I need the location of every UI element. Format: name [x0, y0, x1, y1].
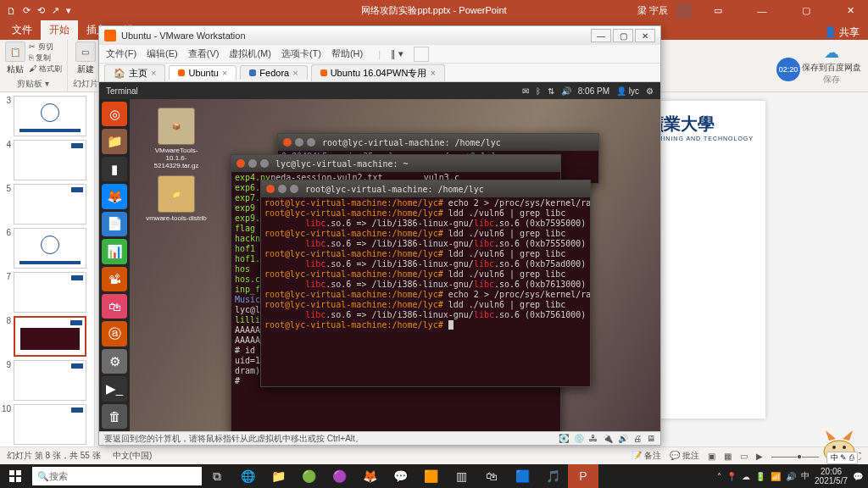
- tray-sound-icon[interactable]: 🔊: [786, 472, 796, 481]
- taskbar-music-icon[interactable]: 🎵: [537, 464, 568, 488]
- tray-ime-icon[interactable]: 中: [801, 470, 810, 482]
- user-menu[interactable]: 👤 lyc: [616, 86, 639, 96]
- terminal-titlebar[interactable]: root@lyc-virtual-machine: /home/lyc: [278, 134, 598, 151]
- taskbar-clock[interactable]: 20:062021/5/7: [815, 467, 848, 485]
- firefox-icon[interactable]: 🦊: [102, 184, 127, 208]
- taskbar-vmware-icon[interactable]: ▥: [446, 464, 476, 488]
- settings-icon[interactable]: ⚙: [102, 349, 127, 374]
- close-icon[interactable]: [236, 159, 245, 168]
- vmware-close[interactable]: ✕: [635, 29, 655, 42]
- start-button[interactable]: [0, 464, 31, 488]
- terminal-titlebar[interactable]: lyc@lyc-virtual-machine: ~: [231, 155, 560, 172]
- network-icon[interactable]: ⇅: [548, 86, 554, 96]
- terminal-titlebar[interactable]: root@lyc-virtual-machine: /home/lyc: [261, 180, 590, 197]
- maximize-icon[interactable]: [290, 185, 298, 193]
- tab-file[interactable]: 文件: [3, 20, 41, 40]
- device-display-icon[interactable]: 🖥: [647, 434, 655, 443]
- taskbar-search[interactable]: 🔍 搜索: [32, 467, 202, 485]
- device-printer-icon[interactable]: 🖨: [633, 434, 642, 443]
- slide-thumbnail[interactable]: [14, 228, 86, 269]
- tab-home[interactable]: 开始: [41, 20, 78, 40]
- maximize-button[interactable]: ▢: [788, 0, 824, 21]
- slide-thumbnail-panel[interactable]: 3 4 5 6 7 8 9 10: [0, 92, 95, 446]
- taskbar-wechat-icon[interactable]: 💬: [385, 464, 415, 488]
- vmware-window[interactable]: Ubuntu - VMware Workstation ― ▢ ✕ 文件(F) …: [98, 25, 661, 446]
- trash-icon[interactable]: 🗑: [102, 404, 127, 429]
- task-view-icon[interactable]: ⧉: [202, 464, 232, 488]
- dash-icon[interactable]: ◎: [102, 102, 127, 126]
- menu-tabs[interactable]: 选项卡(T): [281, 47, 321, 60]
- desktop-pet-fox[interactable]: 中 ✎ ⎙: [814, 422, 865, 464]
- view-reading-icon[interactable]: ▭: [740, 452, 748, 461]
- taskbar-powerpoint-icon[interactable]: P: [568, 464, 598, 488]
- desktop-file-vmtools[interactable]: 📦 VMwareTools-10.1.6-5214329.tar.gz: [146, 108, 207, 169]
- terminal-window-ldd[interactable]: root@lyc-virtual-machine: /home/lyc root…: [260, 180, 591, 387]
- tab-fedora[interactable]: Fedora ×: [240, 65, 307, 80]
- action-center-icon[interactable]: 💬: [853, 472, 863, 481]
- taskbar-store-icon[interactable]: 🛍: [476, 464, 507, 488]
- device-sound-icon[interactable]: 🔊: [618, 434, 628, 443]
- tab-ubuntu1604[interactable]: Ubuntu 16.04PWN专用 ×: [311, 64, 445, 81]
- qat-more-icon[interactable]: ▾: [66, 5, 71, 16]
- view-sorter-icon[interactable]: ▦: [724, 452, 732, 461]
- copy-button[interactable]: ⎘ 复制: [29, 53, 62, 64]
- taskbar-explorer-icon[interactable]: 📁: [263, 464, 293, 488]
- terminal2-icon[interactable]: ▶_: [102, 376, 127, 401]
- files-icon[interactable]: 📁: [102, 129, 127, 153]
- tray-location-icon[interactable]: 📍: [726, 472, 737, 481]
- device-hdd-icon[interactable]: 💽: [559, 434, 569, 443]
- calc-icon[interactable]: 📊: [102, 239, 127, 263]
- user-avatar[interactable]: [676, 3, 692, 19]
- software-icon[interactable]: 🛍: [102, 294, 127, 319]
- taskbar-chrome-icon[interactable]: 🟢: [293, 464, 324, 488]
- amazon-icon[interactable]: ⓐ: [102, 321, 127, 346]
- terminal-icon[interactable]: ▮: [102, 157, 127, 181]
- menu-help[interactable]: 帮助(H): [331, 47, 363, 60]
- tab-home[interactable]: 🏠 主页 ×: [104, 64, 165, 81]
- cloud-icon[interactable]: ☁: [824, 43, 839, 62]
- notes-button[interactable]: 📝 备注: [632, 450, 661, 462]
- tray-chevron-icon[interactable]: ˄: [717, 472, 721, 481]
- view-normal-icon[interactable]: ▣: [708, 452, 715, 461]
- language-indicator[interactable]: 中文(中国): [113, 450, 153, 462]
- qat-present-icon[interactable]: ↗: [52, 5, 59, 16]
- maximize-icon[interactable]: [260, 159, 269, 168]
- qat-undo-icon[interactable]: ⟳: [23, 5, 31, 16]
- impress-icon[interactable]: 📽: [102, 267, 127, 291]
- device-net-icon[interactable]: 🖧: [589, 434, 598, 443]
- minimize-icon[interactable]: [278, 185, 287, 193]
- close-tab-icon[interactable]: ×: [222, 68, 227, 78]
- view-slideshow-icon[interactable]: ▶: [756, 452, 763, 461]
- share-button[interactable]: 👤 共享: [824, 25, 860, 40]
- close-tab-icon[interactable]: ×: [292, 68, 298, 78]
- menu-edit[interactable]: 编辑(E): [147, 47, 178, 60]
- cut-button[interactable]: ✂ 剪切: [29, 42, 62, 53]
- tray-battery-icon[interactable]: 🔋: [755, 472, 765, 481]
- taskbar-app-icon[interactable]: 🟧: [415, 464, 446, 488]
- ppt-user-name[interactable]: 梁 宇辰: [637, 4, 668, 17]
- toolbar-snapshot-icon[interactable]: [414, 47, 429, 62]
- vmware-titlebar[interactable]: Ubuntu - VMware Workstation ― ▢ ✕: [99, 26, 660, 45]
- gear-icon[interactable]: ⚙: [646, 86, 654, 96]
- qat-redo-icon[interactable]: ⟲: [37, 5, 45, 16]
- slide-thumbnail[interactable]: [14, 272, 86, 313]
- tray-wifi-icon[interactable]: 📶: [771, 472, 781, 481]
- bluetooth-icon[interactable]: ᛒ: [536, 86, 541, 96]
- menu-view[interactable]: 查看(V): [188, 47, 220, 60]
- slide-thumbnail[interactable]: [14, 96, 86, 136]
- vmware-minimize[interactable]: ―: [591, 29, 611, 42]
- ubuntu-desktop[interactable]: Terminal ✉ ᛒ ⇅ 🔊 8:06 PM 👤 lyc ⚙ ◎ 📁 ▮ 🦊…: [99, 82, 660, 431]
- vmware-maximize[interactable]: ▢: [613, 29, 633, 42]
- slide-thumbnail-selected[interactable]: [14, 316, 86, 357]
- new-slide-button[interactable]: ▭ 新建: [75, 42, 96, 75]
- format-painter-button[interactable]: 🖌 格式刷: [29, 64, 62, 75]
- taskbar-firefox-icon[interactable]: 🦊: [354, 464, 385, 488]
- close-icon[interactable]: [266, 185, 275, 193]
- desktop-folder-distrib[interactable]: 📁 vmware-tools-distrib: [146, 175, 207, 222]
- taskbar-eclipse-icon[interactable]: 🟣: [324, 464, 354, 488]
- tab-ubuntu[interactable]: Ubuntu ×: [169, 65, 236, 80]
- slide-thumbnail[interactable]: [14, 140, 86, 180]
- slide-thumbnail[interactable]: [14, 184, 86, 225]
- pause-button[interactable]: ‖ ▾: [391, 48, 403, 59]
- qat-autosave-icon[interactable]: 🗋: [7, 6, 16, 16]
